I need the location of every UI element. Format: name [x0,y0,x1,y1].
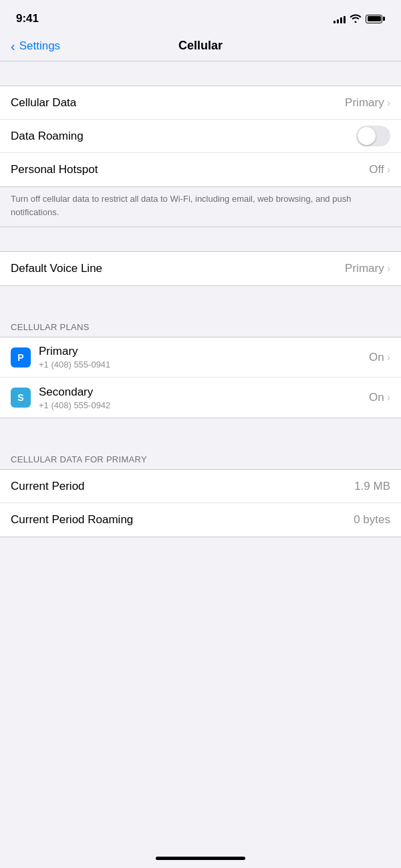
signal-bars-icon [333,14,346,23]
cellular-data-label: Cellular Data [11,96,76,110]
secondary-plan-info: S Secondary +1 (408) 555-0942 [11,386,110,410]
secondary-plan-row[interactable]: S Secondary +1 (408) 555-0942 On › [0,378,401,418]
toggle-knob [358,127,376,145]
mid-divider-3 [0,418,401,442]
primary-plan-info: P Primary +1 (408) 555-0941 [11,345,110,370]
cellular-description: Turn off cellular data to restrict all d… [0,187,401,227]
top-divider [0,61,401,86]
default-voice-line-value: Primary › [345,262,390,275]
nav-bar: ‹ Settings Cellular [0,33,401,61]
current-period-value: 1.9 MB [354,480,390,493]
primary-plan-status: On › [369,351,390,364]
cellular-data-primary-header: CELLULAR DATA FOR PRIMARY [0,442,401,469]
voice-line-group: Default Voice Line Primary › [0,251,401,286]
cellular-data-stats-group: Current Period 1.9 MB Current Period Roa… [0,469,401,537]
primary-plan-name: Primary [39,345,110,358]
battery-icon [366,15,385,23]
secondary-plan-text: Secondary +1 (408) 555-0942 [39,386,110,410]
primary-plan-icon: P [11,347,31,368]
secondary-plan-name: Secondary [39,386,110,399]
main-settings-group: Cellular Data Primary › Data Roaming Per… [0,86,401,187]
description-text: Turn off cellular data to restrict all d… [11,194,351,217]
current-period-label: Current Period [11,480,85,493]
page-title: Cellular [178,39,223,53]
chevron-right-icon: › [387,392,390,404]
status-time: 9:41 [16,12,39,25]
primary-plan-text: Primary +1 (408) 555-0941 [39,345,110,370]
chevron-right-icon: › [387,263,390,275]
current-period-roaming-value: 0 bytes [354,513,390,527]
cellular-plans-header-text: CELLULAR PLANS [11,322,90,332]
back-label: Settings [19,39,60,53]
current-period-roaming-row: Current Period Roaming 0 bytes [0,503,401,537]
chevron-right-icon: › [387,351,390,364]
chevron-right-icon: › [387,97,390,109]
secondary-plan-status: On › [369,391,390,404]
status-bar: 9:41 [0,0,401,33]
secondary-plan-icon: S [11,388,31,408]
personal-hotspot-value: Off › [369,163,390,176]
default-voice-line-row[interactable]: Default Voice Line Primary › [0,252,401,285]
data-roaming-toggle[interactable] [356,126,390,146]
data-roaming-label: Data Roaming [11,130,84,143]
mid-divider-1 [0,227,401,251]
cellular-data-primary-header-text: CELLULAR DATA FOR PRIMARY [11,454,147,464]
cellular-plans-header: CELLULAR PLANS [0,310,401,337]
cellular-plans-group: P Primary +1 (408) 555-0941 On › S Secon… [0,337,401,418]
secondary-plan-number: +1 (408) 555-0942 [39,400,110,410]
chevron-left-icon: ‹ [11,39,15,53]
cellular-data-value: Primary › [345,96,390,110]
data-roaming-row[interactable]: Data Roaming [0,120,401,153]
primary-plan-number: +1 (408) 555-0941 [39,359,110,370]
mid-divider-2 [0,286,401,310]
current-period-roaming-label: Current Period Roaming [11,513,133,527]
personal-hotspot-row[interactable]: Personal Hotspot Off › [0,153,401,186]
personal-hotspot-label: Personal Hotspot [11,163,98,176]
primary-plan-row[interactable]: P Primary +1 (408) 555-0941 On › [0,337,401,378]
chevron-right-icon: › [387,164,390,176]
status-icons [333,13,385,25]
cellular-data-row[interactable]: Cellular Data Primary › [0,86,401,120]
default-voice-line-label: Default Voice Line [11,262,102,275]
current-period-row: Current Period 1.9 MB [0,470,401,503]
home-indicator [156,857,245,860]
wifi-icon [350,13,362,25]
back-button[interactable]: ‹ Settings [11,39,60,53]
